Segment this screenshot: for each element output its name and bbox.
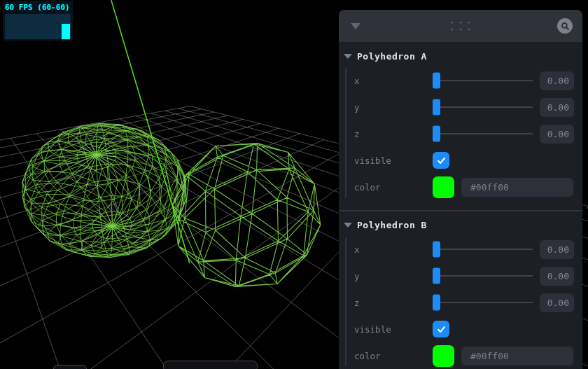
slider-knob[interactable] — [433, 295, 440, 311]
slider-row-z: z — [339, 120, 582, 147]
drag-handle-icon[interactable] — [451, 22, 470, 31]
slider-row-y: y — [339, 263, 582, 289]
magnifier-icon — [561, 22, 570, 31]
chevron-down-icon — [344, 223, 352, 228]
input-label: color — [354, 351, 433, 361]
slider-track[interactable] — [433, 80, 533, 81]
folder-polyhedron-a: Polyhedron A x y — [339, 46, 582, 200]
tweakpane-panel: Polyhedron A x y — [339, 10, 582, 369]
y-value-input[interactable] — [540, 267, 574, 286]
folder-divider — [339, 210, 582, 211]
bottom-button-peek-1[interactable] — [53, 365, 87, 369]
slider-row-z: z — [339, 289, 582, 316]
y-slider[interactable] — [433, 263, 536, 289]
color-hex-input[interactable] — [461, 178, 573, 197]
x-value-input[interactable] — [540, 71, 574, 90]
slider-knob[interactable] — [433, 126, 440, 142]
slider-track[interactable] — [433, 302, 533, 303]
color-row: color — [339, 174, 582, 200]
slider-track[interactable] — [433, 275, 533, 277]
folder-title-label: Polyhedron A — [357, 51, 427, 62]
input-label: color — [354, 182, 433, 193]
fps-graph-bar — [62, 24, 70, 39]
slider-track[interactable] — [433, 249, 533, 250]
color-swatch[interactable] — [433, 345, 454, 367]
folder-title-label: Polyhedron B — [357, 220, 427, 230]
input-label: y — [354, 102, 433, 113]
folder-title[interactable]: Polyhedron B — [339, 214, 582, 236]
input-label: x — [354, 244, 433, 255]
input-label: x — [354, 76, 433, 86]
visible-row: visible — [339, 147, 582, 174]
fps-graph — [5, 14, 71, 39]
x-slider[interactable] — [433, 67, 536, 94]
chevron-down-icon — [344, 54, 352, 59]
input-label: visible — [354, 155, 433, 166]
folder-polyhedron-b: Polyhedron B x y — [339, 214, 582, 369]
search-button[interactable] — [557, 18, 573, 34]
fps-meter[interactable]: 60 FPS (60-60) — [3, 1, 73, 41]
folder-title[interactable]: Polyhedron A — [339, 46, 582, 67]
y-value-input[interactable] — [540, 98, 574, 117]
input-label: z — [354, 129, 433, 139]
z-slider[interactable] — [433, 289, 536, 316]
x-slider[interactable] — [433, 236, 536, 263]
checkmark-icon — [436, 324, 447, 335]
y-slider[interactable] — [433, 94, 536, 120]
bottom-button-peek-2[interactable] — [163, 361, 258, 369]
fps-label: 60 FPS (60-60) — [5, 2, 71, 13]
z-value-input[interactable] — [540, 293, 574, 312]
input-label: z — [354, 298, 433, 308]
color-hex-input[interactable] — [461, 347, 573, 365]
slider-row-y: y — [339, 94, 582, 120]
input-label: y — [354, 271, 433, 281]
visible-checkbox[interactable] — [433, 321, 449, 337]
color-row: color — [339, 342, 582, 369]
slider-track[interactable] — [433, 133, 533, 134]
slider-row-x: x — [339, 67, 582, 94]
checkmark-icon — [436, 155, 447, 166]
x-value-input[interactable] — [540, 240, 574, 259]
z-slider[interactable] — [433, 120, 536, 147]
slider-knob[interactable] — [433, 242, 440, 258]
visible-checkbox[interactable] — [433, 152, 449, 169]
z-value-input[interactable] — [540, 125, 574, 144]
input-label: visible — [354, 324, 433, 335]
panel-header — [339, 10, 582, 42]
slider-knob[interactable] — [433, 99, 440, 116]
collapse-chevron-icon[interactable] — [351, 23, 360, 29]
color-swatch[interactable] — [433, 176, 454, 198]
slider-knob[interactable] — [433, 268, 440, 284]
slider-row-x: x — [339, 236, 582, 263]
visible-row: visible — [339, 316, 582, 342]
slider-track[interactable] — [433, 106, 533, 108]
slider-knob[interactable] — [433, 73, 440, 89]
panel-content: Polyhedron A x y — [339, 42, 582, 369]
